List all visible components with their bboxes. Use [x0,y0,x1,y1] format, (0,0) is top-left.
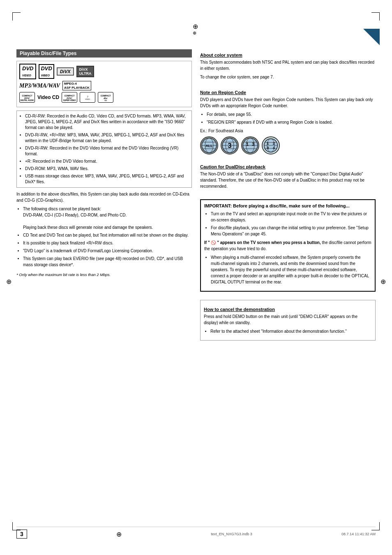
cancel-demo-heading: How to cancel the demonstration [204,307,372,312]
important-box: IMPORTANT: Before playing a disc/file, m… [200,199,376,292]
mp3-logo: MP3/WMA/WAV [19,83,60,89]
bold-text: If " 🚫 " appears on the TV screen when y… [204,240,321,245]
list-item: Refer to the attached sheet "Information… [210,328,372,334]
video-disc-logo: ♪ VIDEO [80,92,95,103]
bullet-list: CD-R/-RW: Recorded in the Audio CD, Vide… [17,111,191,187]
region-icons: ALL 3 [200,136,376,154]
svg-text:1: 1 [246,142,249,147]
right-crosshair: ⊕ [380,278,386,286]
region-3-icon: 3 [221,136,239,154]
svg-text:2: 2 [273,141,275,145]
svg-text:3: 3 [252,142,254,147]
important-title: IMPORTANT: Before playing a disc/file, m… [204,203,371,208]
crosshair-icon: ⊕ [193,30,196,35]
left-column: Playable Disc/File Types DVD VIDEO DVD V… [16,49,192,522]
list-item: "DVD Logo" is a trademark of DVD Format/… [23,248,192,254]
divx-logo: DiVX [57,67,74,76]
footer-crosshair-icon: ⊕ [116,530,122,538]
corner-mark-tr [371,12,380,21]
top-crosshair: ⊕ [193,23,199,29]
list-item: DVD-ROM: MP3, WMA, WAV files. [25,166,189,172]
dvd-video-logo: DVD VIDEO [19,64,36,79]
list-item: DVD-R/-RW: Recorded in the DVD Video for… [25,145,189,157]
list-item: CD Text and DVD Text can be played, but … [23,232,192,238]
svg-text:1: 1 [267,141,269,145]
compact-disc-logo-1: COMPACT disc DIGITAL AUDIO [19,92,35,103]
dvd-vr-logo: DVD ViBEO [39,64,54,79]
caution-dual-text: The Non-DVD side of a "DualDisc" does no… [200,171,376,189]
important-item3: When playing a multi-channel encoded sof… [204,254,371,285]
caution-dual-section: Caution for DualDisc playback The Non-DV… [200,161,376,192]
region-1234-icon: 1 2 3 4 [262,136,280,154]
main-content: Playable Disc/File Types DVD VIDEO DVD V… [16,49,376,522]
list-item: "REGION ERR" appears if DVD with a wrong… [207,119,376,125]
body-text-1: In addition to the above discs/files, th… [16,191,192,203]
logo-row-1: DVD VIDEO DVD ViBEO DiVX DiVXULTRA [19,64,189,79]
list-item: The following discs cannot be played bac… [23,206,192,230]
caution-dual-heading: Caution for DualDisc playback [200,164,376,169]
footnote-text: * Only when the maximum bit rate is less… [16,272,192,278]
logo-row-2: MP3/WMA/WAV MPEG-4ASF PLAYBACK [19,81,189,90]
page-number: 3 [16,530,27,539]
mpeg4-logo: MPEG-4ASF PLAYBACK [62,81,91,90]
about-color-section: About color system This System accommoda… [200,49,376,83]
logo-row-3: COMPACT disc DIGITAL AUDIO Video CD COMP… [19,92,189,103]
ex-label: Ex.: For Southeast Asia [200,128,376,134]
footer-filename: text_EN_NXG7G3.indb 3 [211,532,252,536]
list-item: DVD-R/-RW, +R/+RW: MP3, WMA, WAV, JPEG, … [25,132,189,144]
svg-text:3: 3 [228,142,232,149]
list-item: This System can play back EVERIO file (s… [23,256,192,268]
list-item: When playing a multi-channel encoded sof… [211,254,371,285]
svg-text:ALL: ALL [205,144,213,148]
note-region-bullets: For details, see page 55. "REGION ERR" a… [200,111,376,125]
cancel-demo-section: How to cancel the demonstration Press an… [200,300,376,341]
about-color-text2: To change the color system, see page 7. [200,74,376,80]
left-crosshair: ⊕ [6,278,12,286]
region-all-icon: ALL [200,136,218,154]
about-color-heading: About color system [200,53,376,58]
right-column: About color system This System accommoda… [200,49,376,522]
divx-ultra-logo: DiVXULTRA [76,66,95,77]
note-region-heading: Note on Region Code [200,90,376,95]
footer-date: 08.7.14 11:41:32 AM [341,532,376,536]
cancel-demo-text: Press and hold DEMO button on the main u… [204,313,372,326]
about-color-text1: This System accommodates both NTSC and P… [200,59,376,71]
important-list: Turn on the TV and select an appropriate… [204,211,371,237]
list-item: For disc/file playback, you can change t… [211,225,371,237]
cancel-demo-bullets: Refer to the attached sheet "Information… [204,328,372,334]
list-item: CD-R/-RW: Recorded in the Audio CD, Vide… [25,113,189,131]
svg-text:4: 4 [273,146,275,150]
page-footer: 3 ⊕ text_EN_NXG7G3.indb 3 08.7.14 11:41:… [16,527,376,539]
important-bold-text: If " 🚫 " appears on the TV screen when y… [204,240,371,252]
list-item: For details, see page 55. [207,111,376,117]
blue-triangle-decoration [363,29,380,45]
compact-disc-logo-2: COMPACT disc SUPER VIDEO [62,92,77,103]
note-region-text1: DVD players and DVDs have their own Regi… [200,97,376,109]
note-region-section: Note on Region Code DVD players and DVDs… [200,87,376,157]
disc-types-list: CD-R/-RW: Recorded in the Audio CD, Vide… [16,111,192,188]
svg-text:3: 3 [267,146,269,150]
corner-mark-tl [12,12,21,21]
region-13-icon: 1 3 [241,136,259,154]
list-item: USB mass storage class device: MP3, WMA,… [25,173,189,185]
list-item: Turn on the TV and select an appropriate… [211,211,371,223]
section-title: Playable Disc/File Types [16,49,192,58]
list-item: +R: Recorded in the DVD Video format. [25,159,189,164]
video-cd-text: Video CD [37,94,59,100]
logo-box: DVD VIDEO DVD ViBEO DiVX DiVXULTRA MP3/W… [16,61,192,107]
page-container: ⊕ ⊕ ⊕ Playable Disc/File Types DVD VIDEO [0,0,392,555]
list-item: It is possible to play back finalized +R… [23,240,192,246]
body-text-2: The following discs cannot be played bac… [16,206,192,269]
compact-disc-logo-3: COMPACT disc CD [98,92,113,103]
